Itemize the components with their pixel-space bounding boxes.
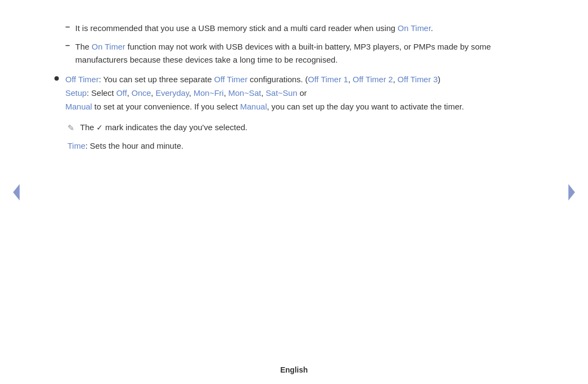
time-line: Time: Sets the hour and minute. xyxy=(65,139,534,153)
everyday-link[interactable]: Everyday xyxy=(156,88,189,97)
comma-7: , xyxy=(261,88,266,97)
language-label: English xyxy=(280,365,308,374)
comma-2: , xyxy=(393,75,397,84)
svg-marker-1 xyxy=(568,184,575,200)
setup-colon: : Select xyxy=(87,88,116,97)
dash-item-1: – It is recommended that you use a USB m… xyxy=(54,22,534,35)
manual-link-2[interactable]: Manual xyxy=(240,102,267,111)
setup-label[interactable]: Setup xyxy=(65,88,87,97)
time-text: : Sets the hour and minute. xyxy=(85,141,183,150)
bullet-text-1: : You can set up three separate xyxy=(99,75,214,84)
bullet-item-off-timer: Off Timer: You can set up three separate… xyxy=(54,73,534,153)
svg-marker-0 xyxy=(13,184,20,200)
dash-text-1: It is recommended that you use a USB mem… xyxy=(75,22,433,35)
comma-6: , xyxy=(224,88,228,97)
dash-symbol-1: – xyxy=(65,22,70,31)
time-label[interactable]: Time xyxy=(68,141,85,150)
checkmark-symbol: ✓ xyxy=(96,123,103,132)
content-area: – It is recommended that you use a USB m… xyxy=(54,11,534,171)
off-timer-3-link[interactable]: Off Timer 3 xyxy=(397,75,438,84)
or-text: or xyxy=(297,88,307,97)
note-block: ✎ The ✓ mark indicates the day you've se… xyxy=(65,121,534,135)
manual-link-1[interactable]: Manual xyxy=(65,102,92,111)
sat-sun-link[interactable]: Sat~Sun xyxy=(266,88,297,97)
close-paren: ) xyxy=(438,75,440,84)
comma-1: , xyxy=(348,75,352,84)
footer: English xyxy=(0,365,588,374)
comma-4: , xyxy=(151,88,155,97)
mon-sat-link[interactable]: Mon~Sat xyxy=(228,88,261,97)
dash-item-2: – The On Timer function may not work wit… xyxy=(54,40,534,66)
bullet-text-2: configurations. ( xyxy=(248,75,308,84)
off-timer-2-link[interactable]: Off Timer 2 xyxy=(353,75,393,84)
on-timer-link-2[interactable]: On Timer xyxy=(91,42,125,51)
manual-text-1: to set at your convenience. If you selec… xyxy=(92,102,240,111)
bullet-content: Off Timer: You can set up three separate… xyxy=(65,73,534,153)
off-timer-link-inline[interactable]: Off Timer xyxy=(214,75,247,84)
once-link[interactable]: Once xyxy=(131,88,151,97)
note-text: The ✓ mark indicates the day you've sele… xyxy=(80,121,248,134)
dash-text-2: The On Timer function may not work with … xyxy=(75,40,534,66)
prev-arrow[interactable] xyxy=(8,179,24,206)
on-timer-link-1[interactable]: On Timer xyxy=(397,23,431,33)
mon-fri-link[interactable]: Mon~Fri xyxy=(193,88,223,97)
off-timer-label-1[interactable]: Off Timer xyxy=(65,75,99,84)
dash-symbol-2: – xyxy=(65,40,70,50)
note-icon: ✎ xyxy=(68,121,75,135)
bullet-dot xyxy=(54,76,59,81)
off-timer-1-link[interactable]: Off Timer 1 xyxy=(308,75,348,84)
next-arrow[interactable] xyxy=(564,179,580,206)
off-link[interactable]: Off xyxy=(116,88,127,97)
manual-text-2: , you can set up the day you want to act… xyxy=(267,102,464,111)
